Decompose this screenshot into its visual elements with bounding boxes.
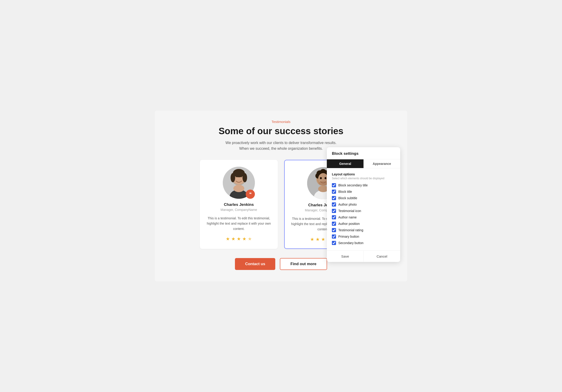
checkbox-author-name-input[interactable]	[332, 215, 336, 219]
stars-1: ★ ★ ★ ★ ★	[206, 236, 271, 242]
checkbox-author-position-label: Author position	[338, 222, 360, 225]
checkbox-secondary-button-input[interactable]	[332, 241, 336, 245]
checkbox-secondary-button: Secondary button	[332, 241, 395, 245]
testimonial-card-1: ❝ Charles Jenkins Manager, CompanyName T…	[200, 160, 278, 249]
checkbox-primary-button-label: Primary button	[338, 235, 359, 238]
star-2-1: ★	[310, 236, 314, 242]
svg-point-19	[325, 177, 326, 179]
checkbox-author-name-label: Author name	[338, 215, 357, 219]
tab-general[interactable]: General	[327, 159, 363, 168]
svg-point-5	[243, 173, 247, 182]
star-2-3: ★	[321, 236, 325, 242]
star-1-5: ★	[248, 236, 252, 242]
settings-tabs: General Appearance	[327, 159, 400, 168]
card-position-1: Manager, CompanyName	[206, 208, 271, 212]
section-label: Testimonials	[164, 120, 398, 124]
quote-badge-1: ❝	[246, 190, 255, 199]
checkbox-author-position-input[interactable]	[332, 222, 336, 226]
checkbox-primary-button: Primary button	[332, 235, 395, 239]
checkbox-block-subtitle-input[interactable]	[332, 196, 336, 200]
checkbox-block-title-input[interactable]	[332, 190, 336, 194]
contact-us-button[interactable]: Contact us	[235, 258, 275, 270]
svg-point-18	[320, 177, 322, 179]
checkbox-testimonial-rating-input[interactable]	[332, 228, 336, 232]
svg-point-7	[233, 185, 244, 192]
layout-options-title: Layout options	[332, 172, 395, 176]
card-text-1: This is a testimonial. To edit this test…	[206, 216, 271, 232]
save-button[interactable]: Save	[327, 251, 364, 262]
settings-body: Layout options Select which elements sho…	[327, 168, 400, 250]
avatar-wrap-1: ❝	[223, 167, 255, 199]
checkbox-author-photo-label: Author photo	[338, 203, 357, 206]
checkbox-author-position: Author position	[332, 222, 395, 226]
settings-panel: Block settings General Appearance Layout…	[327, 147, 400, 262]
star-1-2: ★	[231, 236, 235, 242]
checkbox-author-photo-input[interactable]	[332, 202, 336, 207]
checkbox-block-title-label: Block title	[338, 190, 352, 193]
checkbox-block-subtitle: Block subtitle	[332, 196, 395, 200]
checkbox-testimonial-rating: Testimonial rating	[332, 228, 395, 232]
checkbox-primary-button-input[interactable]	[332, 235, 336, 239]
settings-panel-title: Block settings	[327, 147, 400, 159]
page-wrapper: Testimonials Some of our success stories…	[155, 111, 407, 281]
checkbox-block-subtitle-label: Block subtitle	[338, 196, 357, 200]
checkbox-block-title: Block title	[332, 190, 395, 194]
section-subtitle: We proactively work with our clients to …	[224, 140, 338, 152]
cancel-button[interactable]: Cancel	[364, 251, 400, 262]
checkbox-author-photo: Author photo	[332, 202, 395, 207]
checkbox-block-secondary-title-input[interactable]	[332, 183, 336, 187]
svg-point-20	[319, 181, 328, 185]
section-title: Some of our success stories	[164, 126, 398, 136]
svg-point-4	[231, 173, 235, 182]
star-1-3: ★	[237, 236, 241, 242]
layout-options-subtitle: Select which elements should be displaye…	[332, 177, 395, 180]
checkbox-author-name: Author name	[332, 215, 395, 219]
checkbox-testimonial-rating-label: Testimonial rating	[338, 228, 363, 232]
checkbox-testimonial-icon-label: Testimonial icon	[338, 209, 361, 213]
checkbox-testimonial-icon-input[interactable]	[332, 209, 336, 213]
tab-appearance[interactable]: Appearance	[363, 159, 400, 168]
find-out-more-button[interactable]: Find out more	[280, 258, 327, 270]
checkbox-block-secondary-title: Block secondary title	[332, 183, 395, 187]
checkbox-block-secondary-title-label: Block secondary title	[338, 183, 368, 187]
checkbox-testimonial-icon: Testimonial icon	[332, 209, 395, 213]
card-name-1: Charles Jenkins	[206, 202, 271, 207]
checkbox-secondary-button-label: Secondary button	[338, 241, 363, 245]
star-1-4: ★	[242, 236, 246, 242]
star-2-2: ★	[316, 236, 320, 242]
star-1-1: ★	[226, 236, 230, 242]
settings-footer: Save Cancel	[327, 250, 400, 262]
